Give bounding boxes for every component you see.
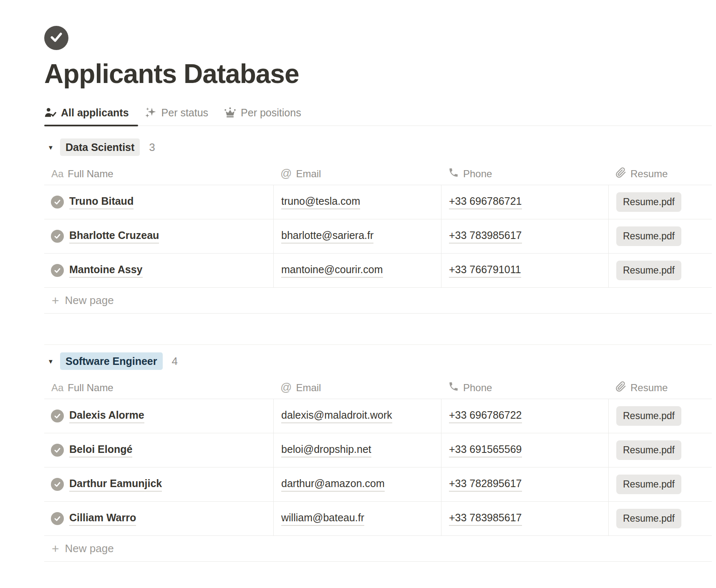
group-count: 4 bbox=[172, 355, 178, 368]
new-page-button[interactable]: + New page bbox=[44, 288, 712, 314]
phone-cell[interactable]: +33 691565569 bbox=[441, 433, 608, 467]
tab-per-positions[interactable]: Per positions bbox=[224, 107, 301, 126]
resume-cell: Resume.pdf bbox=[608, 399, 712, 433]
paperclip-icon bbox=[615, 381, 626, 395]
resume-cell: Resume.pdf bbox=[608, 185, 712, 219]
full-name-cell[interactable]: Cilliam Warro bbox=[44, 502, 273, 535]
full-name-cell[interactable]: Bharlotte Cruzeau bbox=[44, 219, 273, 253]
resume-cell: Resume.pdf bbox=[608, 502, 712, 535]
applicant-email: bharlotte@sariera.fr bbox=[281, 229, 373, 244]
resume-file-chip[interactable]: Resume.pdf bbox=[616, 509, 681, 528]
group-header: ▼ Software Engineer 4 bbox=[44, 352, 712, 371]
crown-icon bbox=[224, 107, 236, 119]
column-label: Full Name bbox=[68, 168, 113, 180]
full-name-cell[interactable]: Darthur Eamunjick bbox=[44, 467, 273, 501]
email-cell[interactable]: truno@tesla.com bbox=[273, 185, 441, 219]
new-page-button[interactable]: + New page bbox=[44, 536, 712, 562]
check-circle-icon bbox=[51, 230, 64, 243]
email-cell[interactable]: beloi@dropship.net bbox=[273, 433, 441, 467]
at-icon: @ bbox=[280, 381, 292, 394]
resume-file-chip[interactable]: Resume.pdf bbox=[616, 440, 681, 460]
phone-cell[interactable]: +33 766791011 bbox=[441, 254, 608, 287]
plus-icon: + bbox=[52, 294, 59, 307]
group-count: 3 bbox=[149, 141, 155, 154]
table-row: Cilliam Warro william@bateau.fr +33 7839… bbox=[44, 502, 712, 536]
check-circle-icon bbox=[51, 444, 64, 457]
applicant-name: Bharlotte Cruzeau bbox=[69, 229, 159, 244]
applicants-table: Aa Full Name @ Email Phone bbox=[44, 377, 712, 562]
applicant-name: Cilliam Warro bbox=[69, 512, 136, 526]
tab-label: All applicants bbox=[61, 107, 129, 119]
full-name-cell[interactable]: Dalexis Alorme bbox=[44, 399, 273, 433]
applicant-name: Truno Bitaud bbox=[69, 195, 134, 209]
email-cell[interactable]: dalexis@maladroit.work bbox=[273, 399, 441, 433]
table-header-row: Aa Full Name @ Email Phone bbox=[44, 163, 712, 185]
applicant-phone: +33 766791011 bbox=[449, 264, 521, 278]
full-name-cell[interactable]: Beloi Elongé bbox=[44, 433, 273, 467]
resume-file-chip[interactable]: Resume.pdf bbox=[616, 475, 681, 494]
column-label: Resume bbox=[630, 382, 668, 394]
tab-per-status[interactable]: Per status bbox=[145, 107, 209, 126]
column-header-phone[interactable]: Phone bbox=[441, 377, 608, 399]
column-label: Full Name bbox=[68, 382, 113, 394]
group-data-scientist: ▼ Data Scientist 3 Aa Full Name @ Email bbox=[44, 138, 712, 314]
resume-file-chip[interactable]: Resume.pdf bbox=[616, 406, 681, 426]
table-row: Beloi Elongé beloi@dropship.net +33 6915… bbox=[44, 433, 712, 467]
resume-file-chip[interactable]: Resume.pdf bbox=[616, 261, 681, 280]
column-label: Email bbox=[296, 382, 321, 394]
phone-cell[interactable]: +33 696786722 bbox=[441, 399, 608, 433]
column-header-phone[interactable]: Phone bbox=[441, 163, 608, 185]
chevron-down-icon[interactable]: ▼ bbox=[48, 144, 60, 151]
phone-cell[interactable]: +33 783985617 bbox=[441, 502, 608, 535]
phone-cell[interactable]: +33 783985617 bbox=[441, 219, 608, 253]
column-header-resume[interactable]: Resume bbox=[608, 163, 712, 185]
column-header-email[interactable]: @ Email bbox=[273, 377, 441, 399]
full-name-cell[interactable]: Mantoine Assy bbox=[44, 254, 273, 287]
table-row: Mantoine Assy mantoine@courir.com +33 76… bbox=[44, 254, 712, 288]
check-circle-icon bbox=[51, 478, 64, 491]
table-header-row: Aa Full Name @ Email Phone bbox=[44, 377, 712, 399]
person-check-icon bbox=[44, 107, 56, 119]
resume-cell: Resume.pdf bbox=[608, 219, 712, 253]
check-circle-icon bbox=[51, 196, 64, 209]
group-badge[interactable]: Software Engineer bbox=[60, 352, 163, 370]
applicant-email: dalexis@maladroit.work bbox=[281, 409, 392, 423]
check-circle-icon bbox=[51, 264, 64, 277]
new-page-label: New page bbox=[65, 294, 114, 307]
column-header-email[interactable]: @ Email bbox=[273, 163, 441, 185]
column-header-resume[interactable]: Resume bbox=[608, 377, 712, 399]
resume-cell: Resume.pdf bbox=[608, 254, 712, 287]
email-cell[interactable]: mantoine@courir.com bbox=[273, 254, 441, 287]
email-cell[interactable]: bharlotte@sariera.fr bbox=[273, 219, 441, 253]
text-icon: Aa bbox=[51, 168, 63, 180]
plus-icon: + bbox=[52, 543, 59, 555]
column-header-full-name[interactable]: Aa Full Name bbox=[44, 163, 273, 185]
email-cell[interactable]: william@bateau.fr bbox=[273, 502, 441, 535]
page-title[interactable]: Applicants Database bbox=[44, 59, 712, 88]
tab-label: Per status bbox=[161, 107, 209, 119]
page-icon[interactable] bbox=[44, 26, 68, 50]
page-content: Applicants Database All applicants Per bbox=[44, 0, 712, 562]
column-label: Email bbox=[296, 168, 321, 180]
applicant-email: truno@tesla.com bbox=[281, 195, 360, 209]
applicant-name: Darthur Eamunjick bbox=[69, 477, 162, 492]
applicant-email: darthur@amazon.com bbox=[281, 477, 385, 492]
phone-cell[interactable]: +33 782895617 bbox=[441, 467, 608, 501]
check-icon bbox=[49, 30, 63, 46]
group-badge[interactable]: Data Scientist bbox=[60, 138, 140, 156]
column-header-full-name[interactable]: Aa Full Name bbox=[44, 377, 273, 399]
column-label: Resume bbox=[630, 168, 668, 180]
tab-all-applicants[interactable]: All applicants bbox=[44, 107, 129, 126]
full-name-cell[interactable]: Truno Bitaud bbox=[44, 185, 273, 219]
phone-icon bbox=[448, 167, 459, 181]
email-cell[interactable]: darthur@amazon.com bbox=[273, 467, 441, 501]
resume-file-chip[interactable]: Resume.pdf bbox=[616, 192, 681, 212]
applicant-phone: +33 696786722 bbox=[449, 409, 522, 423]
column-label: Phone bbox=[463, 382, 492, 394]
paperclip-icon bbox=[615, 167, 626, 181]
resume-file-chip[interactable]: Resume.pdf bbox=[616, 226, 681, 246]
chevron-down-icon[interactable]: ▼ bbox=[48, 358, 60, 365]
group-software-engineer: ▼ Software Engineer 4 Aa Full Name @ Ema… bbox=[44, 352, 712, 562]
table-row: Truno Bitaud truno@tesla.com +33 6967867… bbox=[44, 185, 712, 219]
phone-cell[interactable]: +33 696786721 bbox=[441, 185, 608, 219]
